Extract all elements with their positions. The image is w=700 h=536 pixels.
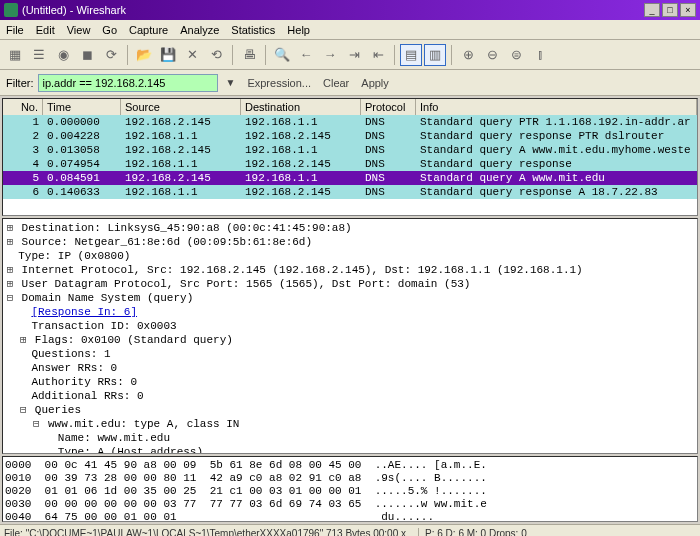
window-title: (Untitled) - Wireshark	[22, 4, 644, 16]
col-info[interactable]: Info	[416, 99, 697, 115]
filter-dropdown-icon[interactable]: ▼	[222, 77, 240, 88]
detail-line[interactable]: Answer RRs: 0	[5, 361, 695, 375]
cell-src: 192.168.1.1	[121, 157, 241, 171]
go-to-icon[interactable]: ⇥	[343, 44, 365, 66]
expand-icon[interactable]: ⊞	[5, 263, 15, 277]
expand-icon[interactable]: ⊟	[5, 291, 15, 305]
detail-line[interactable]: Name: www.mit.edu	[5, 431, 695, 445]
colorize-icon[interactable]: ▤	[400, 44, 422, 66]
filter-input[interactable]	[38, 74, 218, 92]
cell-time: 0.013058	[43, 143, 121, 157]
autoscroll-icon[interactable]: ▥	[424, 44, 446, 66]
cell-time: 0.004228	[43, 129, 121, 143]
cell-no: 5	[3, 171, 43, 185]
packet-list-header: No. Time Source Destination Protocol Inf…	[3, 99, 697, 115]
toolbar: ▦ ☰ ◉ ◼ ⟳ 📂 💾 ✕ ⟲ 🖶 🔍 ← → ⇥ ⇤ ▤ ▥ ⊕ ⊖ ⊜ …	[0, 40, 700, 70]
packet-row[interactable]: 10.000000192.168.2.145192.168.1.1DNSStan…	[3, 115, 697, 129]
menu-edit[interactable]: Edit	[36, 24, 55, 36]
cell-no: 2	[3, 129, 43, 143]
detail-line[interactable]: ⊞ Flags: 0x0100 (Standard query)	[5, 333, 695, 347]
cell-dst: 192.168.1.1	[241, 115, 361, 129]
status-packets: P: 6 D: 6 M: 0 Drops: 0	[418, 528, 527, 536]
print-icon[interactable]: 🖶	[238, 44, 260, 66]
menu-view[interactable]: View	[67, 24, 91, 36]
menu-bar: File Edit View Go Capture Analyze Statis…	[0, 20, 700, 40]
packet-bytes-pane[interactable]: 0000 00 0c 41 45 90 a8 00 09 5b 61 8e 6d…	[2, 456, 698, 522]
detail-line[interactable]: ⊞ Internet Protocol, Src: 192.168.2.145 …	[5, 263, 695, 277]
close-file-icon[interactable]: ✕	[181, 44, 203, 66]
col-protocol[interactable]: Protocol	[361, 99, 416, 115]
options-icon[interactable]: ☰	[28, 44, 50, 66]
menu-file[interactable]: File	[6, 24, 24, 36]
start-capture-icon[interactable]: ◉	[52, 44, 74, 66]
cell-dst: 192.168.2.145	[241, 129, 361, 143]
reload-icon[interactable]: ⟲	[205, 44, 227, 66]
cell-proto: DNS	[361, 143, 416, 157]
detail-line[interactable]: ⊞ Destination: LinksysG_45:90:a8 (00:0c:…	[5, 221, 695, 235]
expand-icon[interactable]: ⊟	[18, 403, 28, 417]
packet-row[interactable]: 50.084591192.168.2.145192.168.1.1DNSStan…	[3, 171, 697, 185]
packet-row[interactable]: 60.140633192.168.1.1192.168.2.145DNSStan…	[3, 185, 697, 199]
go-back-icon[interactable]: ←	[295, 44, 317, 66]
cell-time: 0.074954	[43, 157, 121, 171]
go-first-icon[interactable]: ⇤	[367, 44, 389, 66]
resize-columns-icon[interactable]: ⫿	[529, 44, 551, 66]
packet-list-pane[interactable]: No. Time Source Destination Protocol Inf…	[2, 98, 698, 216]
status-bar: File: "C:\DOCUME~1\PAULAW~1\LOCALS~1\Tem…	[0, 524, 700, 536]
restart-capture-icon[interactable]: ⟳	[100, 44, 122, 66]
expand-icon[interactable]: ⊞	[18, 333, 28, 347]
col-no[interactable]: No.	[3, 99, 43, 115]
expand-icon[interactable]: ⊞	[5, 277, 15, 291]
detail-line[interactable]: ⊟ Domain Name System (query)	[5, 291, 695, 305]
separator	[265, 45, 266, 65]
detail-line[interactable]: Additional RRs: 0	[5, 389, 695, 403]
go-forward-icon[interactable]: →	[319, 44, 341, 66]
hex-line: 0000 00 0c 41 45 90 a8 00 09 5b 61 8e 6d…	[5, 459, 695, 472]
detail-line[interactable]: Transaction ID: 0x0003	[5, 319, 695, 333]
expand-icon[interactable]: ⊞	[5, 235, 15, 249]
response-link[interactable]: [Response In: 6]	[31, 306, 137, 318]
menu-statistics[interactable]: Statistics	[231, 24, 275, 36]
packet-row[interactable]: 30.013058192.168.2.145192.168.1.1DNSStan…	[3, 143, 697, 157]
detail-line[interactable]: Type: A (Host address)	[5, 445, 695, 454]
col-destination[interactable]: Destination	[241, 99, 361, 115]
menu-go[interactable]: Go	[102, 24, 117, 36]
detail-line[interactable]: ⊞ Source: Netgear_61:8e:6d (00:09:5b:61:…	[5, 235, 695, 249]
menu-capture[interactable]: Capture	[129, 24, 168, 36]
packet-row[interactable]: 20.004228192.168.1.1192.168.2.145DNSStan…	[3, 129, 697, 143]
close-button[interactable]: ×	[680, 3, 696, 17]
detail-line[interactable]: Questions: 1	[5, 347, 695, 361]
open-icon[interactable]: 📂	[133, 44, 155, 66]
detail-line[interactable]: ⊟ Queries	[5, 403, 695, 417]
zoom-out-icon[interactable]: ⊖	[481, 44, 503, 66]
col-source[interactable]: Source	[121, 99, 241, 115]
expression-button[interactable]: Expression...	[243, 75, 315, 91]
menu-analyze[interactable]: Analyze	[180, 24, 219, 36]
clear-button[interactable]: Clear	[319, 75, 353, 91]
col-time[interactable]: Time	[43, 99, 121, 115]
maximize-button[interactable]: □	[662, 3, 678, 17]
find-icon[interactable]: 🔍	[271, 44, 293, 66]
cell-proto: DNS	[361, 171, 416, 185]
expand-icon[interactable]: ⊟	[31, 417, 41, 431]
stop-capture-icon[interactable]: ◼	[76, 44, 98, 66]
cell-src: 192.168.1.1	[121, 129, 241, 143]
detail-line[interactable]: ⊞ User Datagram Protocol, Src Port: 1565…	[5, 277, 695, 291]
expand-icon[interactable]: ⊞	[5, 221, 15, 235]
zoom-reset-icon[interactable]: ⊜	[505, 44, 527, 66]
packet-row[interactable]: 40.074954192.168.1.1192.168.2.145DNSStan…	[3, 157, 697, 171]
packet-details-pane[interactable]: ⊞ Destination: LinksysG_45:90:a8 (00:0c:…	[2, 218, 698, 454]
apply-button[interactable]: Apply	[357, 75, 393, 91]
cell-info: Standard query A www.mit.edu.myhome.west…	[416, 143, 697, 157]
minimize-button[interactable]: _	[644, 3, 660, 17]
interfaces-icon[interactable]: ▦	[4, 44, 26, 66]
menu-help[interactable]: Help	[287, 24, 310, 36]
detail-line[interactable]: [Response In: 6]	[5, 305, 695, 319]
detail-line[interactable]: Authority RRs: 0	[5, 375, 695, 389]
cell-dst: 192.168.1.1	[241, 171, 361, 185]
zoom-in-icon[interactable]: ⊕	[457, 44, 479, 66]
cell-src: 192.168.2.145	[121, 115, 241, 129]
detail-line[interactable]: ⊟ www.mit.edu: type A, class IN	[5, 417, 695, 431]
save-icon[interactable]: 💾	[157, 44, 179, 66]
detail-line[interactable]: Type: IP (0x0800)	[5, 249, 695, 263]
